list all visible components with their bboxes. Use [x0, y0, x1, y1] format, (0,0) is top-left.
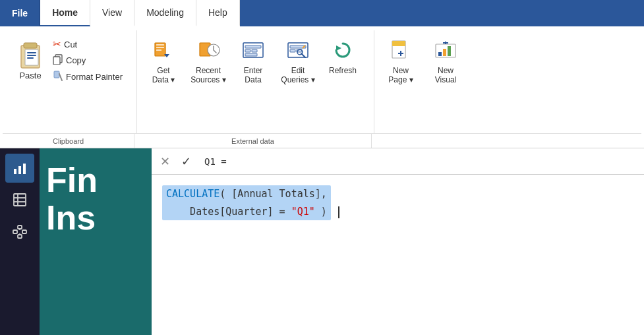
- paste-icon: [17, 39, 44, 71]
- svg-rect-34: [443, 49, 446, 56]
- formula-area: ✕ ✓ Q1 = CALCULATE( [Annual Totals], Dat…: [152, 148, 644, 335]
- new-page-button[interactable]: NewPage ▾: [380, 33, 422, 88]
- new-visual-label: New Visual: [427, 66, 464, 85]
- format-painter-icon: [53, 71, 63, 83]
- modeling-tab-label: Modeling: [146, 7, 184, 18]
- svg-rect-13: [156, 49, 161, 51]
- cut-label: Cut: [64, 40, 77, 49]
- svg-rect-8: [54, 71, 59, 78]
- file-tab-label: File: [12, 8, 28, 18]
- svg-rect-47: [22, 230, 26, 233]
- home-tab-label: Home: [52, 7, 78, 18]
- external-data-footer-label: External data: [134, 134, 372, 148]
- enter-data-icon: [240, 37, 266, 63]
- edit-queries-label: EditQueries ▾: [281, 66, 314, 85]
- svg-rect-39: [18, 166, 21, 174]
- svg-rect-1: [24, 43, 37, 48]
- svg-rect-38: [14, 169, 16, 174]
- svg-rect-45: [13, 230, 17, 233]
- sidebar-icon-data[interactable]: [5, 185, 34, 214]
- model-icon: [12, 224, 28, 239]
- tab-modeling[interactable]: Modeling: [134, 0, 196, 26]
- clipboard-footer-label: Clipboard: [3, 134, 134, 148]
- content-panel: Fin Ins: [40, 148, 152, 335]
- formula-line1: CALCULATE( [Annual Totals],: [166, 188, 327, 200]
- svg-rect-41: [14, 194, 26, 206]
- svg-rect-7: [53, 57, 60, 65]
- content-line2: Ins: [46, 198, 96, 237]
- formula-line2: Dates[Quarter] = "Q1" ): [166, 206, 327, 218]
- left-sidebar: [0, 148, 40, 335]
- svg-rect-40: [23, 164, 26, 174]
- clipboard-small-buttons: ✂ Cut Copy Format Painter: [50, 33, 125, 84]
- svg-rect-4: [27, 55, 36, 56]
- tab-bar: File Home View Modeling Help: [0, 0, 644, 26]
- tab-home[interactable]: Home: [40, 0, 90, 26]
- text-cursor: [338, 206, 339, 218]
- svg-rect-17: [245, 46, 261, 48]
- recent-sources-icon: [195, 37, 221, 63]
- refresh-label: Refresh: [329, 66, 357, 75]
- content-text: Fin Ins: [40, 148, 104, 250]
- svg-rect-35: [448, 46, 451, 56]
- insert-footer-label: [372, 134, 477, 148]
- formula-paren1: ( [Annual Totals],: [220, 188, 327, 200]
- copy-icon: [53, 54, 63, 67]
- svg-rect-20: [245, 53, 257, 56]
- new-page-icon: [388, 37, 414, 63]
- svg-rect-29: [392, 41, 405, 46]
- recent-sources-label: RecentSources ▾: [190, 66, 225, 85]
- main-area: Fin Ins ✕ ✓ Q1 = CALCULATE( [Annual Tota…: [0, 148, 644, 335]
- svg-rect-19: [252, 49, 257, 52]
- sidebar-icon-model[interactable]: [5, 217, 34, 246]
- content-line1: Fin: [46, 161, 98, 199]
- table-icon: [12, 192, 28, 208]
- measure-name: Q1 =: [204, 156, 227, 167]
- ribbon-footer: Clipboard External data: [3, 133, 641, 148]
- tab-help[interactable]: Help: [196, 0, 240, 26]
- svg-line-9: [59, 74, 62, 80]
- tab-file[interactable]: File: [0, 0, 40, 26]
- paste-svg: [17, 39, 44, 71]
- svg-rect-12: [156, 47, 164, 48]
- paste-button[interactable]: Paste: [11, 33, 50, 86]
- format-painter-label: Format Painter: [66, 72, 123, 82]
- get-data-button[interactable]: GetData ▾: [142, 33, 185, 88]
- cut-button[interactable]: ✂ Cut: [50, 37, 125, 51]
- bar-chart-icon: [12, 160, 28, 176]
- format-painter-button[interactable]: Format Painter: [50, 69, 125, 84]
- svg-rect-23: [290, 49, 295, 52]
- ribbon-group-external-data: GetData ▾ RecentSources ▾ EnterData: [137, 30, 374, 133]
- new-visual-icon: [432, 37, 459, 63]
- confirm-icon: ✓: [181, 154, 191, 169]
- svg-rect-18: [245, 49, 250, 52]
- calculate-keyword: CALCULATE: [166, 188, 220, 200]
- edit-queries-icon: [285, 37, 311, 63]
- paste-label: Paste: [19, 71, 41, 80]
- cancel-icon: ✕: [160, 154, 170, 169]
- get-data-label: GetData ▾: [152, 66, 175, 85]
- edit-queries-button[interactable]: EditQueries ▾: [277, 33, 319, 88]
- q1-string: "Q1": [291, 206, 315, 218]
- refresh-button[interactable]: Refresh: [322, 33, 364, 78]
- svg-rect-11: [156, 44, 164, 46]
- svg-rect-3: [27, 52, 36, 53]
- ribbon-group-clipboard: Paste ✂ Cut Copy Format: [5, 30, 137, 133]
- new-visual-button[interactable]: New Visual: [424, 33, 467, 88]
- view-tab-label: View: [102, 7, 122, 18]
- copy-button[interactable]: Copy: [50, 53, 125, 68]
- enter-data-label: EnterData: [244, 66, 263, 85]
- recent-sources-button[interactable]: RecentSources ▾: [187, 33, 229, 88]
- sidebar-icon-report[interactable]: [5, 154, 34, 183]
- cancel-button[interactable]: ✕: [157, 154, 173, 169]
- svg-rect-48: [18, 235, 22, 238]
- ribbon: Paste ✂ Cut Copy Format: [0, 26, 644, 148]
- confirm-button[interactable]: ✓: [178, 154, 194, 169]
- ribbon-group-insert: NewPage ▾ New Visual: [374, 30, 480, 133]
- ribbon-content: Paste ✂ Cut Copy Format: [3, 26, 641, 133]
- new-page-label: NewPage ▾: [388, 66, 413, 85]
- formula-editor[interactable]: CALCULATE( [Annual Totals], Dates[Quarte…: [152, 175, 644, 335]
- enter-data-button[interactable]: EnterData: [232, 33, 274, 88]
- scissors-icon: ✂: [53, 38, 61, 50]
- tab-view[interactable]: View: [90, 0, 134, 26]
